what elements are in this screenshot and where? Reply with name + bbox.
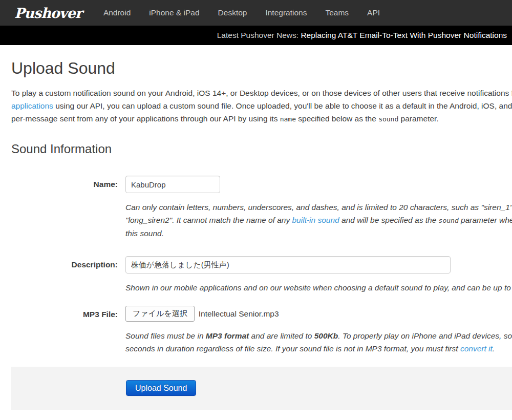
nav-item-android: Android — [94, 0, 140, 26]
description-help: Shown in our mobile applications and on … — [125, 281, 512, 294]
choose-file-button[interactable]: ファイルを選択 — [125, 306, 195, 322]
description-input[interactable] — [125, 256, 451, 274]
nav-link[interactable]: Integrations — [256, 0, 316, 26]
top-navbar: Pushover AndroidiPhone & iPadDesktopInte… — [0, 0, 512, 26]
text-segment: sound — [378, 115, 398, 123]
text-segment: parameter. — [398, 114, 438, 123]
nav-item-teams: Teams — [316, 0, 358, 26]
text-segment: per-message sent from any of your applic… — [11, 114, 280, 123]
nav-item-integrations: Integrations — [256, 0, 316, 26]
text-line: Sound files must be in MP3 format and ar… — [125, 329, 512, 342]
text-segment: "long_siren2". It cannot match the name … — [125, 216, 292, 224]
text-segment: and will be specified as the — [339, 216, 439, 224]
section-title: Sound Information — [11, 141, 512, 157]
description-control: Shown in our mobile applications and on … — [125, 256, 512, 294]
text-segment: . To properly play on iPhone and iPad de… — [338, 331, 512, 340]
inline-link[interactable]: built-in sound — [292, 216, 339, 224]
text-segment: and are limited to — [249, 331, 314, 340]
text-line: "long_siren2". It cannot match the name … — [125, 214, 512, 227]
name-input[interactable] — [125, 176, 220, 193]
text-segment: . — [493, 344, 495, 353]
selected-file-name: Intellectual Senior.mp3 — [199, 309, 279, 319]
text-line: To play a custom notification sound on y… — [11, 87, 512, 99]
text-line: applications using our API, you can uplo… — [11, 99, 512, 112]
pushover-logo[interactable]: Pushover — [14, 5, 82, 21]
text-segment: Shown in our mobile applications and on … — [125, 283, 512, 292]
text-segment: Sound files must be in — [125, 331, 206, 340]
text-segment: using our API, you can upload a custom s… — [53, 101, 512, 110]
text-segment: name — [280, 115, 296, 123]
nav-link[interactable]: Android — [94, 0, 140, 26]
mp3-file-row: MP3 File: ファイルを選択 Intellectual Senior.mp… — [11, 306, 512, 355]
text-line: per-message sent from any of your applic… — [11, 112, 512, 125]
mp3-file-control: ファイルを選択 Intellectual Senior.mp3 Sound fi… — [125, 306, 512, 355]
news-bar: Latest Pushover News: Replacing AT&T Ema… — [0, 26, 512, 45]
intro-paragraph: To play a custom notification sound on y… — [11, 87, 512, 125]
news-bar-text: Latest Pushover News: Replacing AT&T Ema… — [0, 26, 512, 45]
text-segment: this sound. — [125, 229, 164, 238]
nav-link[interactable]: iPhone & iPad — [140, 0, 208, 26]
text-segment: 500Kb — [314, 331, 338, 340]
text-line: this sound. — [125, 227, 512, 240]
main-nav: AndroidiPhone & iPadDesktopIntegrationsT… — [94, 0, 389, 26]
upload-sound-button[interactable]: Upload Sound — [126, 380, 196, 396]
form-actions-bar: Upload Sound — [11, 367, 512, 410]
nav-link[interactable]: Teams — [316, 0, 358, 26]
file-input: ファイルを選択 Intellectual Senior.mp3 — [125, 306, 512, 322]
nav-link[interactable]: API — [358, 0, 389, 26]
text-segment: To play a custom notification sound on y… — [11, 89, 512, 97]
news-prefix: Latest Pushover News: — [217, 31, 301, 39]
nav-link[interactable]: Desktop — [209, 0, 257, 26]
text-segment: Can only contain letters, numbers, under… — [125, 203, 512, 212]
description-row: Description: Shown in our mobile applica… — [11, 256, 512, 294]
text-line: Shown in our mobile applications and on … — [125, 281, 512, 294]
name-help: Can only contain letters, numbers, under… — [125, 201, 512, 240]
description-label: Description: — [11, 256, 118, 269]
mp3-help: Sound files must be in MP3 format and ar… — [125, 329, 512, 355]
mp3-file-label: MP3 File: — [11, 306, 118, 319]
page-content: Upload Sound To play a custom notificati… — [0, 58, 512, 410]
text-segment: seconds in duration regardless of file s… — [125, 344, 460, 353]
nav-item-iphone-ipad: iPhone & iPad — [140, 0, 208, 26]
text-line: seconds in duration regardless of file s… — [125, 342, 512, 355]
name-label: Name: — [11, 176, 118, 189]
news-link[interactable]: Replacing AT&T Email-To-Text With Pushov… — [301, 31, 507, 39]
nav-item-desktop: Desktop — [209, 0, 257, 26]
name-control: Can only contain letters, numbers, under… — [125, 176, 512, 240]
inline-link[interactable]: applications — [11, 101, 53, 110]
text-segment: specified below as the — [296, 114, 378, 123]
text-line: Can only contain letters, numbers, under… — [125, 201, 512, 214]
text-segment: parameter when sending API requests to p… — [459, 216, 512, 224]
inline-link[interactable]: convert it — [460, 344, 493, 353]
name-row: Name: Can only contain letters, numbers,… — [11, 176, 512, 240]
page-title: Upload Sound — [11, 58, 512, 78]
text-segment: MP3 format — [206, 331, 249, 340]
nav-item-api: API — [358, 0, 389, 26]
text-segment: sound — [439, 217, 459, 224]
